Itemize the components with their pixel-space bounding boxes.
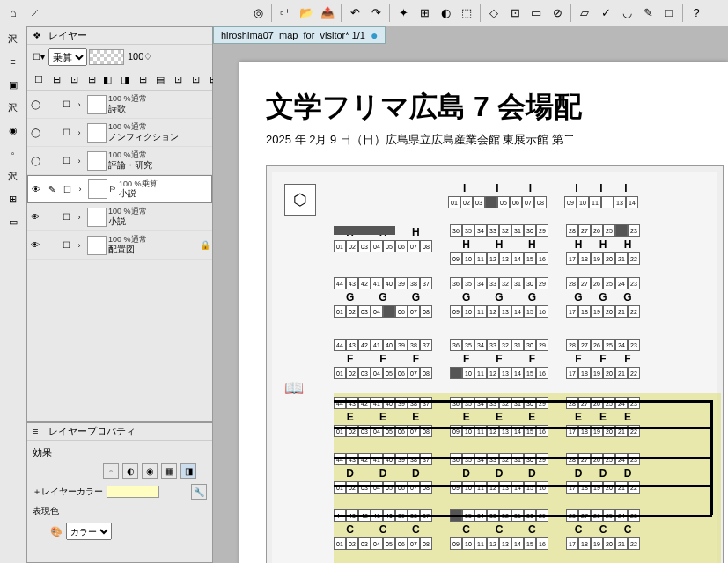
layer-check[interactable]: ☐	[60, 185, 74, 194]
layer-row[interactable]: 👁☐›100 %通常配置図🔒	[27, 231, 212, 260]
layer-row[interactable]: 👁✎☐›🏳100 %乗算小説	[27, 175, 212, 203]
lc-icon[interactable]: ⊞	[4, 190, 22, 208]
display-color-select[interactable]: カラー	[66, 523, 112, 540]
layer-check[interactable]: ☐	[59, 156, 73, 165]
layer-thumb	[87, 151, 107, 171]
visibility-toggle[interactable]: ◯	[27, 128, 43, 137]
layer-view-btn[interactable]: ☐▾	[31, 49, 47, 65]
tb-icon[interactable]: □	[659, 4, 679, 23]
layer-btn[interactable]: ◨	[117, 72, 133, 88]
panel-area: ❖ レイヤー ☐▾ 乗算 100♢ ☐ ⊟ ⊡ ⊞ ◧ ◨ ⊞ ▤ ⊡ ⊡ ⊞	[26, 26, 213, 563]
expand-toggle[interactable]: ›	[74, 185, 86, 194]
layers-toolbar: ☐▾ 乗算 100♢	[27, 45, 212, 69]
tb-save-icon[interactable]: 📤	[318, 4, 337, 23]
layer-thumb	[87, 208, 107, 227]
blend-mode-select[interactable]: 乗算	[48, 48, 87, 66]
document-tab[interactable]: hiroshima07_map_for_visitor* 1/1 ●	[213, 26, 386, 44]
layer-check[interactable]: ☐	[59, 240, 73, 250]
tb-open-icon[interactable]: 📂	[297, 4, 316, 23]
layer-check[interactable]: ☐	[59, 212, 73, 222]
layer-row[interactable]: 👁☐›100 %通常小説	[27, 203, 212, 231]
expand-toggle[interactable]: ›	[73, 213, 85, 222]
booth-block: 282726252423FFF171819202122	[566, 339, 640, 379]
layer-thumb	[87, 236, 107, 255]
tb-icon[interactable]: ⬚	[457, 4, 476, 23]
layer-row[interactable]: ◯☐›100 %通常詩歌	[27, 91, 212, 119]
tb-undo-icon[interactable]: ↶	[345, 4, 364, 23]
tab-bar: hiroshima07_map_for_visitor* 1/1 ●	[213, 26, 728, 44]
lc-icon[interactable]: 沢	[4, 167, 22, 185]
opacity-checker[interactable]	[89, 49, 124, 65]
layer-btn[interactable]: ⊡	[170, 72, 186, 88]
visibility-toggle[interactable]: ◯	[27, 99, 43, 109]
layer-row[interactable]: ◯☐›100 %通常ノンフィクション	[27, 119, 212, 147]
expand-toggle[interactable]: ›	[73, 241, 85, 250]
canvas-area[interactable]: hiroshima07_map_for_visitor* 1/1 ● 文学フリマ…	[213, 26, 728, 563]
layer-check[interactable]: ☐	[59, 99, 73, 109]
visibility-toggle[interactable]: 👁	[27, 240, 43, 250]
layer-btn[interactable]: ⊡	[66, 72, 82, 88]
tb-redo-icon[interactable]: ↷	[366, 4, 386, 23]
edit-indicator[interactable]: ✎	[44, 185, 60, 194]
lock-icon[interactable]: 🔒	[198, 240, 212, 250]
lc-icon[interactable]: ◦	[4, 144, 22, 162]
layer-list: ◯☐›100 %通常詩歌◯☐›100 %通常ノンフィクション◯☐›100 %通常…	[27, 91, 212, 421]
props-title: レイヤープロパティ	[48, 425, 136, 438]
tb-icon[interactable]: ◡	[617, 4, 636, 23]
tb-icon[interactable]: ⊡	[505, 4, 525, 23]
lc-icon[interactable]: 沢	[4, 30, 22, 48]
layer-btn[interactable]: ☐	[31, 72, 47, 88]
layers-toolbar2: ☐ ⊟ ⊡ ⊞ ◧ ◨ ⊞ ▤ ⊡ ⊡ ⊞ ⊡ 🗑	[27, 69, 212, 91]
lc-icon[interactable]: ▣	[4, 76, 22, 93]
visibility-toggle[interactable]: 👁	[27, 212, 43, 222]
tb-icon[interactable]: ◐	[436, 4, 455, 23]
tb-icon[interactable]: ⌂	[4, 4, 23, 23]
document-canvas[interactable]: 文学フリマ広島 7 会場配 2025 年 2月 9 日（日）広島県立広島産業会館…	[239, 62, 728, 563]
tb-icon[interactable]: ✦	[393, 4, 413, 23]
tb-help-icon[interactable]: ?	[687, 4, 706, 23]
effect-btn[interactable]: ▫	[103, 463, 119, 479]
layer-btn[interactable]: ◧	[99, 72, 115, 88]
opacity-value: 100♢	[128, 51, 152, 62]
tb-icon[interactable]: ✓	[596, 4, 615, 23]
expand-toggle[interactable]: ›	[73, 128, 85, 137]
effect-btn[interactable]: ◨	[180, 463, 196, 479]
lc-icon[interactable]: ◉	[4, 121, 22, 139]
props-icon: ≡	[33, 426, 45, 438]
lc-icon[interactable]: ≡	[4, 53, 22, 70]
layer-check[interactable]: ☐	[59, 128, 73, 137]
tb-icon[interactable]: ▱	[575, 4, 594, 23]
left-tool-column: 沢 ≡ ▣ 沢 ◉ ◦ 沢 ⊞ ▭	[0, 26, 26, 563]
effect-btn[interactable]: ▦	[161, 463, 177, 479]
layer-btn[interactable]: ⊞	[135, 72, 151, 88]
effect-btn[interactable]: ◉	[142, 463, 158, 479]
tb-icon[interactable]: ▭	[526, 4, 546, 23]
layer-btn[interactable]: ⊞	[84, 72, 99, 88]
booth-block: 4443424140393837FFF0102030405060708	[334, 339, 432, 379]
layer-btn[interactable]: ⊟	[48, 72, 64, 88]
tb-icon[interactable]: ◇	[484, 4, 504, 23]
lc-icon[interactable]: 沢	[4, 99, 22, 116]
expand-toggle[interactable]: ›	[73, 157, 85, 165]
tb-icon[interactable]: ⊘	[548, 4, 567, 23]
tb-icon[interactable]: ⊞	[415, 4, 434, 23]
route-line	[334, 485, 712, 487]
tb-new-icon[interactable]: ▫⁺	[276, 4, 295, 23]
booth-block: 3635343332313029FFF10111213141516	[450, 339, 548, 379]
expand-toggle[interactable]: ›	[73, 100, 85, 109]
tb-icon[interactable]: ✎	[638, 4, 658, 23]
layers-icon: ❖	[33, 30, 45, 42]
visibility-toggle[interactable]: ◯	[27, 156, 43, 165]
layer-label: 100 %通常小説	[108, 207, 198, 227]
tb-icon[interactable]: ◎	[248, 4, 268, 23]
layer-row[interactable]: ◯☐›100 %通常評論・研究	[27, 147, 212, 175]
route-line	[334, 457, 712, 459]
lc-icon[interactable]: ▭	[4, 213, 22, 230]
layer-btn[interactable]: ⊡	[188, 72, 203, 88]
layer-btn[interactable]: ▤	[152, 72, 168, 88]
effect-btn[interactable]: ◐	[122, 463, 138, 479]
visibility-toggle[interactable]: 👁	[28, 185, 44, 194]
wrench-icon[interactable]: 🔧	[191, 484, 207, 500]
tb-icon[interactable]: ⟋	[25, 4, 44, 23]
layer-color-swatch[interactable]	[107, 486, 159, 498]
